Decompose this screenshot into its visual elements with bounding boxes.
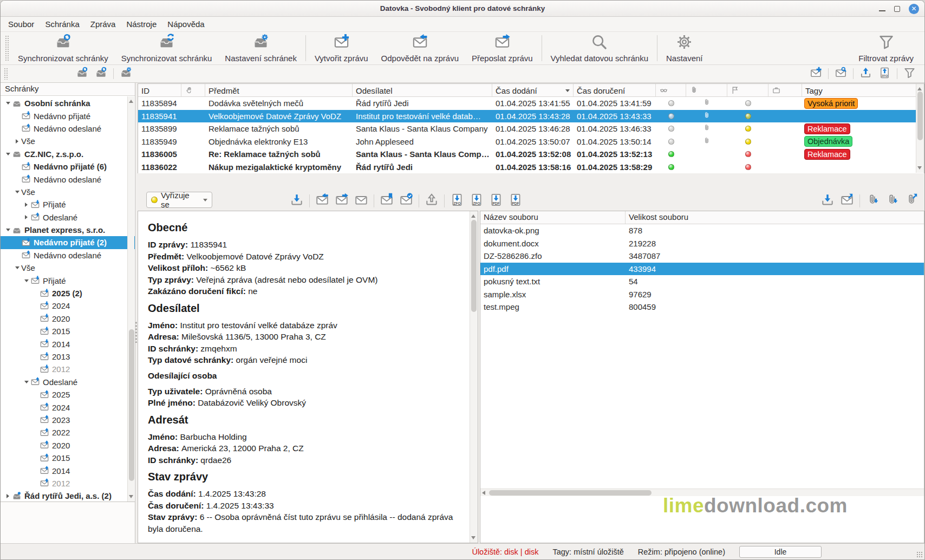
tree-item[interactable]: 2023 <box>1 414 135 426</box>
column-header-Čas doručení[interactable]: Čas doručení <box>574 84 656 96</box>
scroll-left-icon[interactable] <box>482 491 485 495</box>
column-header-hand-icon[interactable] <box>181 84 205 96</box>
sidebar-scrollbar[interactable] <box>127 96 134 502</box>
tree-item[interactable]: Odeslané <box>1 376 135 388</box>
message-row[interactable]: 11835894Dodávka světelných mečůŘád rytíř… <box>138 97 924 110</box>
menu-schranka[interactable]: Schránka <box>40 18 84 30</box>
tree-item[interactable]: Přijaté <box>1 198 135 211</box>
toolbar2-drag-handle[interactable] <box>4 68 8 80</box>
tree-item[interactable]: 2013 <box>1 350 135 363</box>
message-row[interactable]: 11836005Re: Reklamace tažných sobůSanta … <box>138 148 924 161</box>
scroll-down-icon[interactable] <box>471 536 475 541</box>
tree-item[interactable]: 2024 <box>1 299 135 312</box>
export-pdf-button[interactable]: PDF <box>486 192 506 210</box>
tree-item[interactable]: Odeslané <box>1 211 135 224</box>
close-button[interactable]: ✕ <box>909 4 919 14</box>
chevron-collapsed-icon[interactable] <box>22 203 30 207</box>
attachment-row[interactable]: sample.xlsx97629 <box>480 288 924 301</box>
chevron-expanded-icon[interactable] <box>4 153 12 155</box>
column-header-glasses-icon[interactable] <box>656 84 686 96</box>
import-zfo-button[interactable]: ZFO <box>875 66 894 82</box>
tree-item[interactable]: 2020 <box>1 312 135 325</box>
scroll-up-icon[interactable] <box>129 98 133 103</box>
filter-small-button[interactable] <box>900 66 919 82</box>
search-databox-small-button[interactable] <box>831 66 850 82</box>
tree-item[interactable]: 2014 <box>1 337 135 350</box>
chevron-collapsed-icon[interactable] <box>22 215 30 219</box>
open-message-button[interactable] <box>837 192 857 210</box>
scroll-down-icon[interactable] <box>129 495 133 500</box>
column-header-briefcase-icon[interactable] <box>768 84 802 96</box>
scroll-up-icon[interactable] <box>471 213 475 218</box>
toolbar-drag-handle[interactable] <box>5 35 9 61</box>
tree-item[interactable]: Osobní schránka <box>1 97 135 109</box>
tree-item[interactable]: 2020 <box>1 439 135 452</box>
export-delivery-pdf-button[interactable]: PDF <box>506 192 525 210</box>
sync-mailboxes-small-button[interactable] <box>73 66 92 82</box>
tree-item[interactable]: Planet express, s.r.o. <box>1 224 135 236</box>
message-list-scrollbar[interactable] <box>916 84 924 173</box>
clip-save-button[interactable] <box>863 192 882 210</box>
chevron-expanded-icon[interactable] <box>13 191 21 193</box>
attachment-row[interactable]: DZ-5286286.zfo3487087 <box>480 250 924 263</box>
splitter-handle[interactable] <box>135 83 137 543</box>
tree-item[interactable]: CZ.NIC, z.s.p.o. <box>1 148 135 160</box>
menu-zprava[interactable]: Zpráva <box>85 18 121 30</box>
attachment-row[interactable]: datovka-ok.png878 <box>480 224 924 237</box>
attachment-row[interactable]: test.mpeg800459 <box>480 301 924 314</box>
scrollbar-thumb[interactable] <box>471 220 477 312</box>
chevron-expanded-icon[interactable] <box>22 279 30 282</box>
scrollbar-thumb[interactable] <box>129 329 134 481</box>
create-message-button[interactable]: Vytvořit zprávu <box>308 32 375 64</box>
message-row[interactable]: 11835941Velkoobjemové Datové Zprávy VoDZ… <box>138 110 924 123</box>
tree-item[interactable]: 2025 (2) <box>1 287 135 299</box>
column-header-ID[interactable]: ID <box>138 84 181 96</box>
attachment-row[interactable]: dokument.docx219228 <box>480 237 924 250</box>
tree-item[interactable]: 2012 <box>1 363 135 375</box>
menu-nastroje[interactable]: Nástroje <box>121 18 162 30</box>
column-header-filename[interactable]: Název souboru <box>480 211 626 224</box>
tree-item[interactable]: Vše <box>1 135 135 147</box>
menu-napoveda[interactable]: Nápověda <box>162 18 210 30</box>
resize-grip[interactable] <box>916 551 923 558</box>
import-message-button[interactable] <box>856 66 875 82</box>
tree-item[interactable]: Vše <box>1 262 135 274</box>
tree-item[interactable]: 2015 <box>1 325 135 337</box>
tree-item[interactable]: Nedávno odeslané <box>1 249 135 262</box>
save-attachment-button[interactable] <box>818 192 837 210</box>
scroll-up-icon[interactable] <box>917 86 922 90</box>
tree-item[interactable]: 2022 <box>1 426 135 439</box>
clip-open-button[interactable] <box>902 192 921 210</box>
tree-item[interactable]: 2014 <box>1 464 135 477</box>
column-header-Čas dodání[interactable]: Čas dodání <box>492 84 574 96</box>
mailbox-settings-small-button[interactable] <box>116 66 135 82</box>
attachment-row[interactable]: pdf.pdf433994 <box>480 263 924 276</box>
create-message-small-button[interactable] <box>806 66 825 82</box>
column-header-Tagy[interactable]: Tagy <box>802 84 915 96</box>
filter-messages-button[interactable]: Filtrovat zprávy <box>852 32 920 64</box>
tree-item[interactable]: 2025 <box>1 388 135 401</box>
chevron-expanded-icon[interactable] <box>4 229 12 231</box>
tree-item[interactable]: 2024 <box>1 401 135 413</box>
message-row[interactable]: 11835949Objednávka elektronky E13John Ap… <box>138 135 924 148</box>
search-databox-button[interactable]: Vyhledat datovou schránku <box>544 32 655 64</box>
column-header-flag-icon[interactable] <box>727 84 768 96</box>
process-state-dropdown[interactable]: Vyřizuje se <box>146 192 212 208</box>
minimize-button[interactable] <box>879 10 885 11</box>
upload-records-button[interactable] <box>422 192 441 210</box>
settings-button[interactable]: Nastavení <box>660 32 709 64</box>
maximize-button[interactable] <box>894 6 900 12</box>
sync-mailbox-small-button[interactable] <box>92 66 110 82</box>
scroll-down-icon[interactable] <box>917 166 922 171</box>
clip-save-all-button[interactable] <box>882 192 902 210</box>
forward-button[interactable] <box>332 192 351 210</box>
tree-item[interactable]: Nedávno přijaté (2) <box>1 236 135 249</box>
sync-mailboxes-button[interactable]: Synchronizovat schránky <box>11 32 115 64</box>
reply-message-button[interactable]: Odpovědět na zprávu <box>375 32 465 64</box>
template-envelope-button[interactable] <box>351 192 371 210</box>
attachment-row[interactable]: pokusný text.txt54 <box>480 275 924 288</box>
tree-item[interactable]: 2012 <box>1 477 135 490</box>
chevron-expanded-icon[interactable] <box>13 266 21 269</box>
reply-button[interactable] <box>312 192 332 210</box>
tree-item[interactable]: Nedávno odeslané <box>1 173 135 185</box>
